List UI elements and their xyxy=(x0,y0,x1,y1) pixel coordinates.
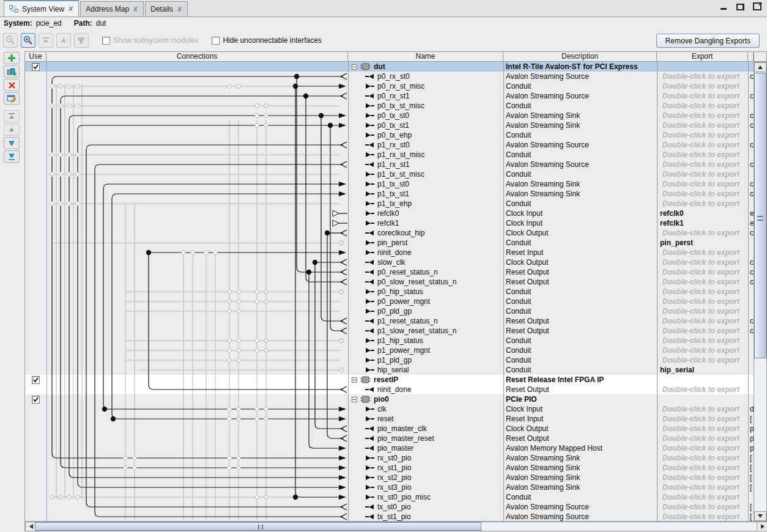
column-header-clock[interactable] xyxy=(747,51,754,62)
table-row[interactable]: p0_tx_st1Avalon Streaming SinkDouble-cli… xyxy=(25,120,754,130)
interface-name-cell[interactable]: p1_rx_st_misc xyxy=(348,150,503,160)
export-cell[interactable]: Double-click to export xyxy=(657,345,748,355)
table-row[interactable]: p0_tx_st0Avalon Streaming SinkDouble-cli… xyxy=(25,111,754,120)
connections-cell[interactable] xyxy=(46,492,348,502)
table-row[interactable]: dutIntel R-Tile Avalon-ST for PCI Expres… xyxy=(25,62,754,72)
connections-cell[interactable] xyxy=(46,218,348,228)
connections-cell[interactable] xyxy=(46,130,348,140)
show-subsystem-checkbox[interactable] xyxy=(102,37,110,45)
connections-cell[interactable] xyxy=(46,316,348,326)
connections-cell[interactable] xyxy=(46,414,348,424)
interface-name-cell[interactable]: refclk0 xyxy=(348,209,503,218)
minimize-button[interactable] xyxy=(720,4,728,10)
connections-cell[interactable] xyxy=(46,306,348,316)
connections-cell[interactable] xyxy=(46,160,348,169)
connections-cell[interactable] xyxy=(46,257,348,267)
horizontal-scroll-thumb[interactable] xyxy=(35,522,481,531)
export-cell[interactable]: Double-click to export xyxy=(657,404,748,414)
interface-name-cell[interactable]: p1_tx_st1 xyxy=(348,189,503,199)
interface-name-cell[interactable]: tx_st1_pio xyxy=(348,512,503,522)
interface-name-cell[interactable]: resetIP xyxy=(348,375,503,385)
export-cell[interactable]: Double-click to export xyxy=(657,463,748,473)
table-row[interactable]: rx_st1_pioAvalon Streaming SinkDouble-cl… xyxy=(25,463,754,473)
connections-cell[interactable] xyxy=(46,150,348,160)
use-checkbox[interactable] xyxy=(32,63,40,71)
connections-cell[interactable] xyxy=(46,365,348,375)
table-row[interactable]: p0_tx_ehpConduitDouble-click to export xyxy=(25,130,754,140)
connections-cell[interactable] xyxy=(46,375,348,385)
interface-name-cell[interactable]: pin_perst xyxy=(348,238,503,248)
table-row[interactable]: p0_hip_statusConduitDouble-click to expo… xyxy=(25,287,754,297)
table-row[interactable]: p1_tx_st1Avalon Streaming SinkDouble-cli… xyxy=(25,189,754,199)
interface-name-cell[interactable]: p1_slow_reset_status_n xyxy=(348,326,503,336)
export-cell[interactable]: Double-click to export xyxy=(657,81,748,91)
table-row[interactable]: p0_pld_gpConduitDouble-click to export xyxy=(25,306,754,316)
export-cell[interactable]: Double-click to export xyxy=(657,336,748,345)
restore-button[interactable] xyxy=(736,4,744,10)
interface-name-cell[interactable]: p0_slow_reset_status_n xyxy=(348,277,503,287)
interface-name-cell[interactable]: p1_hip_status xyxy=(348,336,503,345)
export-cell[interactable]: Double-click to export xyxy=(657,140,748,150)
export-cell[interactable]: Double-click to export xyxy=(657,189,748,199)
connections-cell[interactable] xyxy=(46,434,348,443)
interface-name-cell[interactable]: rx_st0_pio xyxy=(348,453,503,463)
export-cell[interactable]: Double-click to export xyxy=(657,512,748,522)
export-cell[interactable]: Double-click to export xyxy=(657,179,748,189)
column-header-name[interactable]: Name xyxy=(347,51,503,62)
connections-cell[interactable] xyxy=(46,453,348,463)
export-cell[interactable]: Double-click to export xyxy=(657,111,748,120)
table-row[interactable]: p0_slow_reset_status_nReset OutputDouble… xyxy=(25,277,754,287)
hide-unconnectable-checkbox[interactable] xyxy=(212,37,220,45)
export-cell[interactable]: Double-click to export xyxy=(657,257,748,267)
interface-name-cell[interactable]: p0_tx_st_misc xyxy=(348,101,503,111)
edit-button[interactable] xyxy=(4,92,20,105)
interface-name-cell[interactable]: coreclkout_hip xyxy=(348,228,503,238)
export-cell[interactable]: Double-click to export xyxy=(657,150,748,160)
zoom-out-button[interactable] xyxy=(3,33,18,48)
export-cell[interactable]: Double-click to export xyxy=(657,414,748,424)
table-row[interactable]: rx_st3_pioAvalon Streaming SinkDouble-cl… xyxy=(25,482,754,492)
export-cell[interactable]: Double-click to export xyxy=(657,424,748,434)
connections-cell[interactable] xyxy=(46,228,348,238)
column-header-connections[interactable]: Connections xyxy=(46,51,347,62)
interface-name-cell[interactable]: p0_pld_gp xyxy=(348,306,503,316)
move-to-bottom-button[interactable] xyxy=(4,150,20,163)
add-connection-button[interactable] xyxy=(4,65,20,78)
connections-cell[interactable] xyxy=(46,91,348,101)
export-cell[interactable]: Double-click to export xyxy=(657,453,748,463)
scroll-up-button[interactable] xyxy=(754,62,766,72)
tab-details[interactable]: Details ✘ xyxy=(145,1,188,17)
export-cell[interactable]: refclk1 xyxy=(657,218,748,228)
interface-name-cell[interactable]: clk xyxy=(348,404,503,414)
table-row[interactable]: coreclkout_hipClock OutputDouble-click t… xyxy=(25,228,754,238)
export-cell[interactable]: Double-click to export xyxy=(657,502,748,512)
remove-button[interactable] xyxy=(4,79,20,91)
export-cell[interactable]: Double-click to export xyxy=(657,287,748,297)
export-cell[interactable]: Double-click to export xyxy=(657,326,748,336)
export-cell[interactable]: Double-click to export xyxy=(657,385,748,394)
tab-close-icon[interactable]: ✘ xyxy=(68,5,73,13)
connections-cell[interactable] xyxy=(46,209,348,218)
table-row[interactable]: resetReset InputDouble-click to export[ xyxy=(25,414,754,424)
export-cell[interactable]: Double-click to export xyxy=(657,248,748,257)
move-up-row-button[interactable] xyxy=(4,124,20,136)
interface-name-cell[interactable]: rx_st0_pio_misc xyxy=(348,492,503,502)
connections-cell[interactable] xyxy=(46,336,348,345)
export-cell[interactable]: Double-click to export xyxy=(657,492,748,502)
interface-name-cell[interactable]: reset xyxy=(348,414,503,424)
table-row[interactable]: p0_tx_st_miscConduitDouble-click to expo… xyxy=(25,101,754,111)
vertical-scroll-thumb[interactable] xyxy=(754,73,766,358)
connections-cell[interactable] xyxy=(46,140,348,150)
export-cell[interactable]: Double-click to export xyxy=(657,101,748,111)
connections-cell[interactable] xyxy=(46,81,348,91)
connections-cell[interactable] xyxy=(46,179,348,189)
interface-name-cell[interactable]: rx_st1_pio xyxy=(348,463,503,473)
move-up-button[interactable] xyxy=(56,33,71,48)
add-button[interactable] xyxy=(4,52,20,64)
export-cell[interactable]: Double-click to export xyxy=(657,228,748,238)
table-row[interactable]: p0_power_mgntConduitDouble-click to expo… xyxy=(25,297,754,306)
connections-cell[interactable] xyxy=(46,72,348,81)
table-row[interactable]: hip_serialConduithip_serial xyxy=(25,365,754,375)
table-row[interactable]: p1_rx_st_miscConduitDouble-click to expo… xyxy=(25,150,754,160)
connections-cell[interactable] xyxy=(46,267,348,277)
